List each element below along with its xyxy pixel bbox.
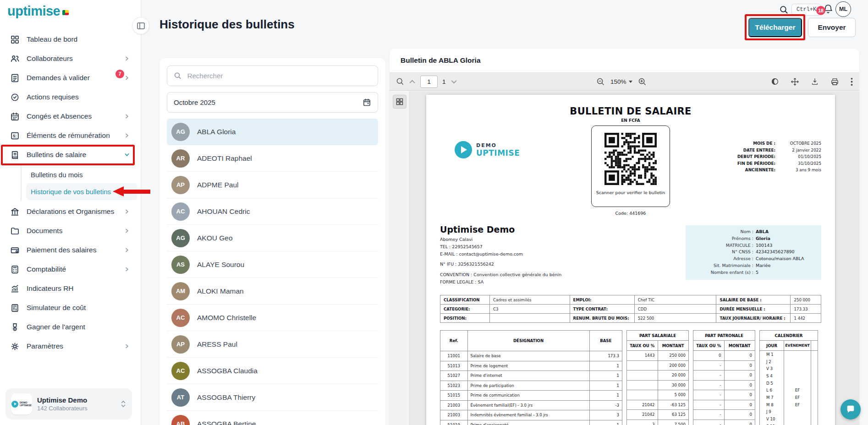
payslip-company-logo: DEMOUPTIMISE: [455, 141, 520, 158]
employee-row[interactable]: AP ARESS Paul: [167, 331, 378, 358]
employee-row[interactable]: AP ADPME Paul: [167, 172, 378, 198]
payslip-meta: MOIS DE : OCTOBRE 2025 DATE ENTREE: 2 ja…: [737, 140, 821, 174]
employee-row[interactable]: AG AKOU Geo: [167, 225, 378, 251]
sidebar-item-label: Indicateurs RH: [27, 284, 130, 293]
print-icon[interactable]: [830, 77, 839, 86]
employee-info-label: Prénoms :: [690, 235, 753, 242]
calendar-day: J 9: [760, 409, 784, 416]
zoom-level-dropdown[interactable]: 150%: [610, 78, 632, 85]
sidebar-item-label: Éléments de rémunération: [27, 131, 124, 140]
panel-collapse-icon: [137, 22, 145, 30]
employee-avatar: AT: [171, 388, 190, 407]
pdf-page-area[interactable]: BULLETIN DE SALAIRE EN FCFA DEMOUPTIMISE…: [410, 91, 859, 425]
sidebar-item-conges-et-absences[interactable]: Congés et Absences: [0, 107, 141, 126]
previous-page-icon[interactable]: [409, 78, 416, 85]
part-patronale-row: - 0: [693, 420, 755, 425]
benin-flag-icon: [62, 10, 69, 15]
sidebar-item-elements-de-remuneration[interactable]: 5: Éléments de rémunération: [0, 126, 141, 145]
qr-frame: Scanner pour verifier le bulletin: [591, 125, 670, 207]
employee-row[interactable]: AR ADEOTI Raphael: [167, 145, 378, 172]
badge-check-icon: [10, 93, 20, 102]
zoom-out-icon[interactable]: [596, 77, 605, 86]
sidebar-item-indicateurs-rh[interactable]: Indicateurs RH: [0, 279, 141, 298]
page-number-input[interactable]: [420, 76, 438, 88]
next-page-icon[interactable]: [450, 78, 457, 85]
company-block: Uptimise Demo Abomey CalaviTEL : 2295254…: [440, 224, 632, 286]
company-line: N° IFU : 3256321556242: [440, 261, 632, 268]
sidebar-item-tableau-de-bord[interactable]: Tableau de bord: [0, 30, 141, 49]
employee-info-value: 100143: [756, 242, 772, 249]
employee-row[interactable]: AC ASSOGBA Claudia: [167, 358, 378, 384]
calendar-event: [784, 415, 810, 423]
theme-contrast-icon[interactable]: [771, 77, 779, 86]
employee-row[interactable]: AC AHOUAN Cedric: [167, 198, 378, 225]
period-picker[interactable]: Octobre 2025: [167, 92, 378, 113]
sidebar-item-collaborateurs[interactable]: Collaborateurs: [0, 49, 141, 68]
employee-row[interactable]: AG ABLA Gloria: [167, 119, 378, 145]
sidebar-item-simulateur-de-cout[interactable]: Simulateur de coût: [0, 298, 141, 317]
zoom-in-icon[interactable]: [638, 77, 647, 86]
sidebar-item-demandes-a-valider[interactable]: Demandes à valider 7: [0, 68, 141, 87]
employee-info-value: 42342345627890: [756, 249, 795, 256]
page-total: 1: [442, 78, 446, 85]
sidebar-subitem-bulletins-du-mois[interactable]: Bulletins du mois: [26, 166, 137, 183]
pending-count-badge: 7: [115, 70, 124, 78]
sidebar-item-label: Congés et Absences: [27, 112, 124, 120]
part-patronale-row: - 0: [693, 360, 755, 371]
employee-row[interactable]: AC AMOMO Christelle: [167, 305, 378, 331]
user-avatar[interactable]: ML: [835, 1, 851, 17]
sidebar-item-bulletins-de-salaire[interactable]: Bulletins de salaire: [0, 145, 141, 164]
search-icon[interactable]: [779, 5, 789, 15]
employee-info-value: Cotonou/maison ABLA: [756, 256, 804, 262]
sidebar-item-parametres[interactable]: Paramètres: [0, 337, 141, 356]
salary-row: 51013 Prime de logement 1: [440, 361, 622, 371]
sidebar-collapse-button[interactable]: [132, 17, 149, 34]
dashboard-grid-icon: [10, 35, 20, 44]
sidebar-item-paiement-des-salaires[interactable]: Paiement des salaires: [0, 240, 141, 260]
employee-avatar: AG: [171, 229, 190, 247]
send-button[interactable]: Envoyer: [808, 18, 856, 37]
find-in-document-icon[interactable]: [396, 77, 404, 86]
employee-name: AHOUAN Cedric: [197, 207, 250, 216]
search-field[interactable]: [167, 65, 378, 86]
search-icon: [174, 71, 182, 80]
chevron-right-icon: [124, 228, 130, 234]
download-document-icon[interactable]: [811, 77, 819, 86]
calendar-event: [784, 409, 810, 416]
org-logo: DEMOUPTIMISE: [11, 393, 32, 414]
sidebar-item-declarations-et-organismes[interactable]: Déclarations et Organismes: [0, 202, 141, 221]
sidebar-item-gagner-de-largent[interactable]: Gagner de l'argent: [0, 317, 141, 337]
gear-icon: [10, 342, 20, 351]
sidebar-item-actions-requises[interactable]: Actions requises: [0, 87, 141, 107]
employee-name: ADPME Paul: [197, 181, 238, 189]
employee-avatar: AG: [171, 123, 190, 141]
payslip-currency-note: EN FCFA: [426, 118, 835, 123]
qr-caption: Scanner pour verifier le bulletin: [596, 190, 665, 195]
chat-widget-button[interactable]: [841, 399, 861, 420]
sidebar-item-documents[interactable]: Documents: [0, 221, 141, 240]
svg-text:5:: 5:: [13, 133, 16, 138]
calendar-day: M 7: [760, 394, 784, 401]
salary-row: 21003 Indemnités évènement familial - 3.…: [440, 410, 622, 420]
sidebar-subitem-historique-de-vos-bulletins[interactable]: Historique de vos bulletins: [26, 183, 137, 200]
employee-avatar: AR: [171, 149, 190, 168]
search-input[interactable]: [187, 72, 371, 80]
employee-avatar: AM: [171, 282, 190, 300]
employee-row[interactable]: AS ALAYE Sourou: [167, 251, 378, 278]
download-button[interactable]: Télécharger: [748, 18, 802, 37]
chart-icon: [10, 284, 20, 294]
employee-info-label: N° CNSS :: [690, 249, 753, 256]
employee-row[interactable]: AB ASSOGBA Bertine: [167, 411, 378, 425]
more-options-kebab-icon[interactable]: [851, 77, 853, 86]
employee-info-row: Prénoms : Gloria: [690, 235, 817, 242]
employee-row[interactable]: AM ALOKI Maman: [167, 278, 378, 305]
employee-info-row: N° CNSS : 42342345627890: [690, 249, 817, 256]
thumbnails-toggle-button[interactable]: [393, 95, 407, 109]
sidebar-item-label: Tableau de bord: [27, 35, 130, 44]
employee-row[interactable]: AT ASSOGBA Thierry: [167, 384, 378, 411]
org-switcher[interactable]: DEMOUPTIMISE Uptimise Demo 142 Collabora…: [5, 388, 132, 420]
pdf-sidebar-strip: [390, 91, 410, 425]
sidebar-item-comptabilite[interactable]: Comptabilité: [0, 260, 141, 279]
pan-move-icon[interactable]: [791, 77, 799, 86]
employee-name: ALAYE Sourou: [197, 261, 244, 269]
